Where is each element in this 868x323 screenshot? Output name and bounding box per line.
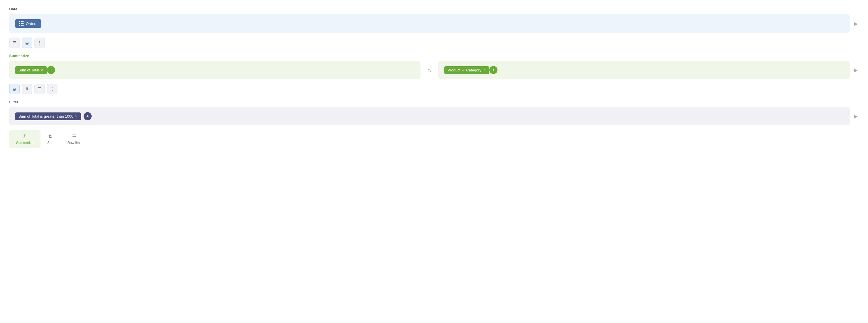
toggle-icon: ◒ [25,40,29,45]
branch-icon-button[interactable]: ⋮ [34,38,45,48]
filter-chevron-button[interactable]: ▶ [853,112,859,120]
grid-icon [19,21,24,26]
data-row: Orders ▶ [9,14,859,33]
row-limit-tab-icon: ☰ [72,133,77,140]
row-limit-tab-label: Row limit [67,141,82,145]
summarize-sort-button[interactable]: ⇅ [22,84,32,94]
data-section: Data Orders ▶ ☰ ◒ ⋮ [9,7,859,48]
metric-tag[interactable]: Sum of Total ✕ [15,66,47,74]
bottom-toolbar: Σ Summarize ⇅ Sort ☰ Row limit [9,130,859,148]
summarize-row: Sum of Total ✕ + by Product → Category ✕… [9,61,859,79]
summarize-tab-icon: Σ [23,134,26,140]
metric-add-button[interactable]: + [47,66,55,74]
data-toolbar: ☰ ◒ ⋮ [9,38,859,48]
tab-summarize[interactable]: Σ Summarize [9,130,40,148]
summarize-sort-icon: ⇅ [25,86,29,91]
summarize-branch-button[interactable]: ⋮ [47,84,57,94]
filter-section: Filter Sum of Total is greater than 1000… [9,100,859,125]
by-label: by [427,68,431,72]
filter-tag-label: Sum of Total is greater than 1000 [19,114,73,118]
filter-label: Filter [9,100,859,104]
summarize-toolbar: ◒ ⇅ ☰ ⋮ [9,84,859,94]
summarize-list-button[interactable]: ☰ [34,84,45,94]
filter-tag[interactable]: Sum of Total is greater than 1000 ✕ [15,112,81,120]
summarize-section: Summarize Sum of Total ✕ + by Product → … [9,53,859,94]
data-panel: Orders [9,14,849,33]
summarize-toggle-button[interactable]: ◒ [9,84,20,94]
summarize-list-icon: ☰ [38,86,42,91]
summarize-chevron-button[interactable]: ▶ [853,66,859,74]
data-label: Data [9,7,859,11]
orders-tag[interactable]: Orders [15,19,41,28]
filter-icon: ☰ [13,40,17,45]
orders-label: Orders [26,22,37,26]
filter-icon-button[interactable]: ☰ [9,38,20,48]
data-chevron-button[interactable]: ▶ [853,20,859,28]
toggle-icon-button[interactable]: ◒ [22,38,32,48]
metric-tag-close[interactable]: ✕ [41,68,44,72]
filter-tag-close[interactable]: ✕ [75,114,78,118]
summarize-metric-panel: Sum of Total ✕ + [9,61,421,79]
summarize-toggle-icon: ◒ [13,86,16,91]
summarize-branch-icon: ⋮ [50,86,54,91]
group-tag[interactable]: Product → Category ✕ [444,66,490,74]
filter-panel: Sum of Total is greater than 1000 ✕ + [9,107,849,125]
summarize-label: Summarize [9,53,859,58]
branch-icon: ⋮ [38,40,42,45]
filter-row: Sum of Total is greater than 1000 ✕ + ▶ [9,107,859,125]
tab-sort[interactable]: ⇅ Sort [40,130,61,148]
summarize-tab-label: Summarize [16,141,34,145]
tab-row-limit[interactable]: ☰ Row limit [61,130,89,148]
group-tag-close[interactable]: ✕ [483,68,486,72]
group-add-button[interactable]: + [490,66,497,74]
filter-add-button[interactable]: + [84,112,92,120]
sort-tab-label: Sort [48,141,54,145]
metric-tag-label: Sum of Total [19,68,39,72]
sort-tab-icon: ⇅ [48,133,53,140]
summarize-group-panel: Product → Category ✕ + [438,61,849,79]
group-tag-label: Product → Category [447,68,482,72]
